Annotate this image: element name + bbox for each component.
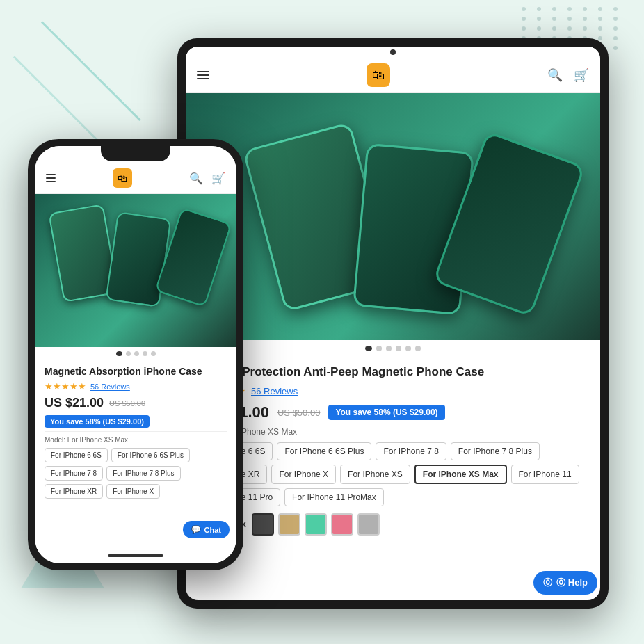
phone-product-info: Magnetic Absorption iPhone Case ★★★★★ 56… — [35, 360, 236, 547]
tablet-reviews-link[interactable]: 56 Reviews — [251, 386, 298, 396]
phone-menu-icon[interactable] — [46, 174, 56, 182]
phone-stars: ★★★★★ — [45, 381, 86, 392]
phone-home-indicator — [108, 554, 163, 557]
phone-notch — [101, 146, 170, 161]
phone-product-image — [35, 194, 236, 347]
phone-header-icons: 🔍 🛒 — [189, 172, 225, 185]
tablet-help-button[interactable]: ⓪ ⓪ Help — [533, 571, 597, 595]
tablet-dot-1[interactable] — [365, 346, 372, 351]
phone-chat-button[interactable]: 💬 Chat — [183, 521, 230, 538]
phone-price-row: US $21.00 US $50.00 — [45, 396, 227, 410]
phone-search-icon[interactable]: 🔍 — [189, 172, 203, 185]
tablet-model-btn-x[interactable]: For IPhone X — [271, 465, 336, 484]
phone-stars-row: ★★★★★ 56 Reviews — [45, 381, 227, 392]
phone-price-original: US $50.00 — [109, 399, 145, 408]
tablet-search-icon[interactable]: 🔍 — [547, 67, 563, 83]
phone-dot-3[interactable] — [134, 351, 139, 356]
tablet-savings-badge: You save 58% (US $29.00) — [328, 405, 444, 420]
phone-device: 🛍 🔍 🛒 — [28, 139, 243, 570]
phone-model-btn-6s[interactable]: For IPhone 6 6S — [45, 448, 108, 462]
tablet-color-swatches — [252, 513, 380, 536]
tablet-logo-icon: 🛍 — [372, 68, 385, 83]
teal-line-1 — [41, 21, 141, 121]
tablet-price-row: US $21.00 US $50.00 You save 58% (US $29… — [197, 403, 589, 421]
tablet-color-teal[interactable] — [305, 513, 327, 536]
phone-model-buttons: For IPhone 6 6S For IPhone 6 6S Plus For… — [45, 448, 227, 499]
tablet-color-pink[interactable] — [331, 513, 353, 536]
tablet-model-btn-78[interactable]: For IPhone 7 8 — [376, 442, 446, 460]
phone-model-btn-xr[interactable]: For IPhone XR — [45, 484, 103, 499]
phone-model-btn-6splus[interactable]: For IPhone 6 6S Plus — [111, 448, 190, 462]
tablet-header-icons: 🔍 🛒 — [547, 67, 589, 83]
tablet-model-btn-11promax[interactable]: For IPhone 11 ProMax — [284, 488, 384, 506]
phone-product-title: Magnetic Absorption iPhone Case — [45, 366, 227, 377]
tablet-model-label: Model: For IPhone XS Max — [197, 427, 589, 437]
tablet-model-btn-78plus[interactable]: For IPhone 7 8 Plus — [451, 442, 540, 460]
tablet-product-visual — [207, 106, 579, 328]
tablet-product-title: Privacy Protection Anti-Peep Magnetic Ph… — [197, 365, 589, 379]
tablet-price-original: US $50.00 — [277, 408, 320, 418]
scene: 🛍 🔍 🛒 — [0, 0, 644, 644]
phone-model-btn-78[interactable]: For IPhone 7 8 — [45, 466, 103, 481]
tablet-product-image — [186, 93, 600, 340]
tablet-stars-row: ★★★★★ 56 Reviews — [197, 385, 589, 398]
tablet-dot-6[interactable] — [415, 346, 421, 351]
chat-label: Chat — [204, 526, 221, 534]
phone-dot-5[interactable] — [151, 351, 156, 356]
tablet-camera — [390, 49, 396, 55]
tablet-model-btn-11[interactable]: For IPhone 11 — [511, 465, 579, 484]
phone-divider — [45, 431, 227, 432]
tablet-color-silver[interactable] — [357, 513, 380, 536]
tablet-top-bar — [186, 47, 600, 58]
phone-logo-icon: 🛍 — [118, 172, 127, 184]
phone-bottom-bar — [35, 547, 236, 563]
tablet-product-info: Privacy Protection Anti-Peep Magnetic Ph… — [186, 357, 600, 600]
tablet-header: 🛍 🔍 🛒 — [186, 58, 600, 93]
phone-cart-icon[interactable]: 🛒 — [211, 172, 225, 185]
tablet-color-row: Color: Black — [197, 513, 589, 536]
tablet-model-buttons: For IPhone 6 6S For IPhone 6 6S Plus For… — [197, 442, 589, 506]
tablet-cart-icon[interactable]: 🛒 — [574, 67, 589, 83]
tablet-model-btn-xs[interactable]: For IPhone XS — [340, 465, 410, 484]
tablet-dot-3[interactable] — [386, 346, 392, 351]
chat-icon: 💬 — [191, 525, 201, 534]
tablet-color-black[interactable] — [252, 513, 274, 536]
phone-model-label: Model: For IPhone XS Max — [45, 436, 227, 444]
help-circle-icon: ⓪ — [543, 577, 552, 589]
tablet-screen: 🛍 🔍 🛒 — [186, 47, 600, 600]
tablet-model-btn-6splus[interactable]: For IPhone 6 6S Plus — [277, 442, 371, 460]
tablet-logo[interactable]: 🛍 — [367, 63, 390, 87]
phone-logo[interactable]: 🛍 — [113, 168, 132, 188]
tablet-model-btn-xsmax[interactable]: For IPhone XS Max — [414, 465, 507, 484]
phone-screen: 🛍 🔍 🛒 — [35, 146, 236, 563]
phone-model-btn-x[interactable]: For IPhone X — [106, 484, 160, 499]
phone-reviews-link[interactable]: 56 Reviews — [90, 383, 130, 391]
phone-image-dots — [35, 347, 236, 360]
phone-dot-1[interactable] — [116, 351, 122, 356]
phone-dot-2[interactable] — [126, 351, 131, 356]
phone-savings-badge: You save 58% (US $29.00) — [45, 415, 150, 428]
phone-dot-4[interactable] — [143, 351, 147, 356]
tablet-dot-5[interactable] — [405, 346, 411, 351]
tablet-image-dots — [186, 340, 600, 357]
tablet-color-gold[interactable] — [278, 513, 300, 536]
tablet-dot-4[interactable] — [396, 346, 401, 351]
tablet-menu-icon[interactable] — [197, 71, 209, 79]
phone-price-main: US $21.00 — [45, 396, 104, 410]
phone-model-btn-78plus[interactable]: For IPhone 7 8 Plus — [106, 466, 180, 481]
help-label: ⓪ Help — [556, 577, 588, 589]
tablet-dot-2[interactable] — [376, 346, 382, 351]
